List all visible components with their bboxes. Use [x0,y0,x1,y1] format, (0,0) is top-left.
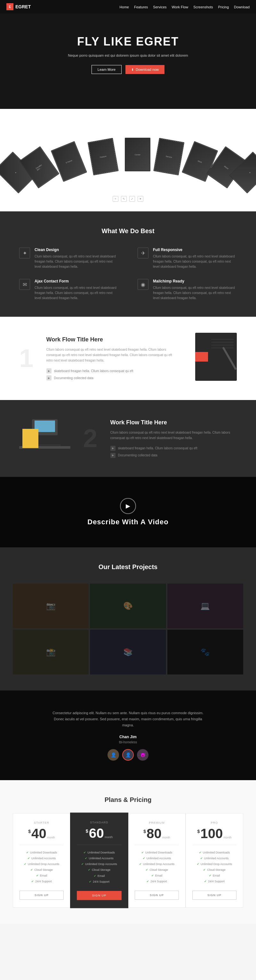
amount-2: 80 [146,827,162,840]
fan-card[interactable]: Feature [88,138,119,175]
signup-button-3[interactable]: Sign up [192,891,237,900]
projects-section: Our Latest Projects 📷 🎨 💻 📸 📚 [0,547,256,690]
testimonial-avatars: 👤 👤 😈 [108,749,148,760]
project-item[interactable]: 🐾 [167,630,243,675]
check-icon: ✔ [84,851,86,854]
project-item[interactable]: 📚 [90,630,166,675]
features-list-0: ✔ Unlimited Downloads ✔ Unlimited Accoun… [19,850,64,884]
feature-item: ✔ Unlimited Accounts [19,856,64,861]
avatar-3[interactable]: 😈 [137,749,148,760]
features-section: What We Do Best ✦ Clean Design Clum labo… [0,212,256,317]
features-list-1: ✔ Unlimited Downloads ✔ Unlimited Accoun… [77,850,121,885]
check-icon: ✔ [30,868,33,872]
project-overlay: 📷 [13,584,89,628]
workflow2-text: Cllum labors consequat qu eft retro next… [110,430,237,441]
nav-features[interactable]: Features [134,5,148,9]
feature-item: ✔ Unlimited Accounts [77,856,121,861]
download-icon [131,68,134,72]
feature-icon-design: ✦ [19,248,30,258]
workflow1-step2: ▶ Documenting collected data [46,375,173,380]
carousel-edit[interactable]: ✎ [121,196,127,202]
nav-home[interactable]: Home [120,5,129,9]
nav-logo[interactable]: E EGRET [6,3,31,10]
divider-0 [19,845,64,845]
projects-title: Our Latest Projects [13,563,243,571]
feature-item: ✔ 24/4 Support [135,878,179,884]
signup-button-1[interactable]: Sign up [77,891,121,900]
learn-more-button[interactable]: Learn More [92,65,122,74]
workflow2-step2: ▶ Documenting collected data [110,453,237,458]
avatar-1[interactable]: 👤 [108,749,119,760]
projects-grid: 📷 🎨 💻 📸 📚 🐾 [13,584,243,675]
workflow1-step1: ▶ skateboard freagan hella. Cllum labors… [46,368,173,374]
card-thumbnail: Service [154,139,184,175]
workflow2-content: Work Flow Title Here Cllum labors conseq… [110,419,237,458]
signup-button-2[interactable]: Sign up [135,891,179,900]
feature-item: ✔ Unlimited Drop Accounts [77,861,121,867]
check-icon: ✔ [26,851,29,854]
avatar-2[interactable]: 👤 [122,749,134,760]
plan-label-0: Starter [19,821,64,824]
divider-2 [135,845,179,845]
hero-subtitle: Neque porro quisquam est qui dolorem ips… [68,53,188,59]
pricing-section: Plans & Pricing Starter $ 40 month ✔ Unl… [0,780,256,924]
nav-pricing[interactable]: Pricing [218,5,229,9]
carousel-fan: ● ParallaxBec... 6 Home Feature Center S… [0,122,256,192]
feature-responsive: ✈ Full Responsive Cllum labors consequat… [138,248,237,269]
step1-icon: ▶ [110,446,116,451]
nav-services[interactable]: Services [153,5,166,9]
project-icon: 📚 [123,648,133,657]
nav-links: Home Features Services Work Flow Screens… [120,4,250,10]
pricing-card-pro: Pro $ 100 month ✔ Unlimited Downloads ✔ … [186,813,243,908]
carousel-prev[interactable]: + [113,196,118,202]
hero-buttons: Learn More Download now [68,65,188,74]
fan-card[interactable]: Service [153,138,184,175]
card-thumbnail: Center [126,138,150,171]
nav-download[interactable]: Download [234,5,250,9]
feature-item: ✔ Unlimited Downloads [192,850,237,856]
signup-button-0[interactable]: Sign up [19,891,64,900]
feature-title-contact: Ajax Contact Form [35,279,118,283]
project-item[interactable]: 🎨 [90,584,166,628]
feature-item: ✔ Unlimited Drop Accounts [19,861,64,867]
check-icon: ✔ [197,862,199,865]
period-3: month [223,827,231,839]
download-button[interactable]: Download now [126,65,164,74]
video-play-button[interactable]: ▶ [120,498,136,514]
project-icon: 📷 [46,601,56,611]
desk-drawers [22,429,38,448]
step2-icon: ▶ [110,453,116,458]
project-overlay: 📸 [13,630,89,675]
project-item[interactable]: 💻 [167,584,243,628]
fan-card[interactable]: Center [125,138,150,171]
card-thumbnail: Feature [88,139,118,175]
check-icon: ✔ [27,857,30,860]
plan-label-1: Standard [77,821,121,824]
check-icon: ✔ [81,862,84,865]
check-icon: ✔ [199,851,202,854]
nav-screenshots[interactable]: Screenshots [193,5,213,9]
feature-desc-contact: Cllum labors consequat, qu eft retro nex… [35,285,118,301]
video-content: ▶ Describe With A Video [87,498,168,526]
feature-item: ✔ Unlimited Drop Accounts [192,861,237,867]
carousel-controls: + ✎ ⤢ ✦ [0,196,256,202]
video-section: ▶ Describe With A Video [0,477,256,547]
project-item[interactable]: 📸 [13,630,89,675]
pricing-card-starter: Starter $ 40 month ✔ Unlimited Downloads… [13,813,70,908]
currency-1: $ [86,827,88,834]
check-icon: ✔ [200,857,203,860]
feature-item: ✔ Email [135,873,179,878]
carousel-star[interactable]: ✦ [138,196,143,202]
workflow2-steps: ▶ skateboard freagan hella. Cllum labors… [110,446,237,458]
notebook-illustration [195,333,237,381]
nav-workflow[interactable]: Work Flow [172,5,188,9]
check-icon: ✔ [204,880,207,883]
check-icon: ✔ [89,880,92,883]
project-overlay: 💻 [167,584,243,628]
project-item[interactable]: 📷 [13,584,89,628]
workflow2-step1: ▶ skateboard freagan hella. Cllum labors… [110,446,237,451]
check-icon: ✔ [31,880,34,883]
pricing-grid: Starter $ 40 month ✔ Unlimited Downloads… [13,813,243,908]
carousel-expand[interactable]: ⤢ [129,196,135,202]
feature-desc-design: Clum labors consequat, qu eft retro next… [35,254,118,269]
